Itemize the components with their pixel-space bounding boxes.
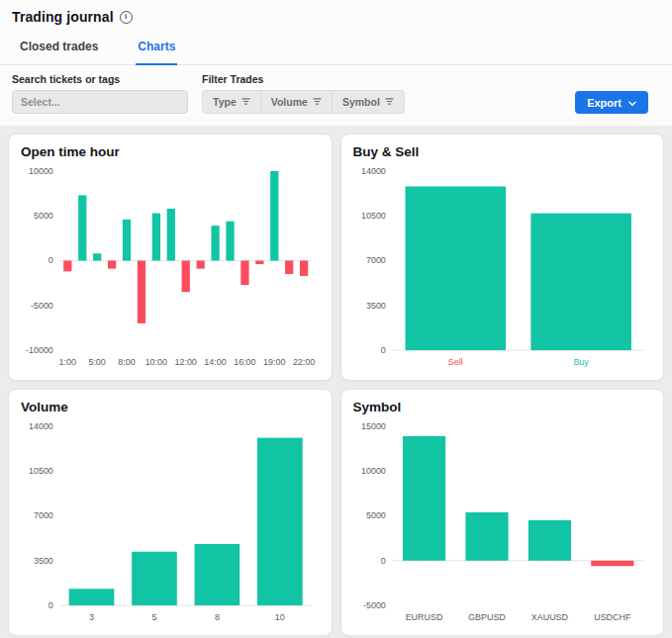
svg-text:10000: 10000 (29, 166, 53, 176)
filter-type-button[interactable]: Type (203, 91, 260, 113)
filter-icon (241, 96, 250, 108)
svg-text:3: 3 (89, 612, 94, 622)
tab-bar: Closed trades Charts (0, 31, 672, 65)
svg-text:8: 8 (215, 612, 220, 622)
card-volume: Volume 035007000105001400035810 (8, 389, 333, 636)
filter-symbol-label: Symbol (342, 96, 380, 108)
filter-bar: Search tickets or tags Filter Trades Typ… (0, 65, 672, 126)
svg-text:3500: 3500 (34, 556, 53, 566)
card-buy-sell: Buy & Sell 0350070001050014000SellBuy (340, 134, 665, 381)
chart-title: Symbol (353, 400, 652, 414)
top-section: Trading journal i Closed trades Charts S… (0, 0, 672, 126)
search-label: Search tickets or tags (12, 73, 188, 85)
svg-text:7000: 7000 (34, 510, 53, 520)
svg-text:3500: 3500 (365, 301, 385, 311)
svg-text:14000: 14000 (29, 421, 53, 431)
chart-title: Open time hour (21, 144, 320, 159)
tab-closed-trades[interactable]: Closed trades (18, 31, 100, 64)
svg-text:10000: 10000 (360, 466, 385, 476)
filter-volume-label: Volume (271, 96, 308, 108)
filter-trades-label: Filter Trades (202, 73, 405, 85)
svg-text:15000: 15000 (360, 421, 385, 431)
svg-text:10500: 10500 (360, 211, 385, 221)
svg-text:5000: 5000 (365, 510, 385, 520)
svg-text:19:00: 19:00 (263, 357, 285, 367)
svg-text:12:00: 12:00 (174, 357, 196, 367)
filter-trades-group: Filter Trades Type Volume Symbol (202, 73, 405, 114)
filter-symbol-button[interactable]: Symbol (332, 91, 404, 113)
tab-charts[interactable]: Charts (136, 31, 177, 65)
page-title: Trading journal (12, 9, 114, 25)
info-icon[interactable]: i (120, 11, 133, 24)
symbol-chart: -5000050001000015000EURUSDGBPUSDXAUUSDUS… (353, 418, 652, 625)
export-button[interactable]: Export (575, 91, 648, 114)
svg-text:0: 0 (48, 255, 53, 265)
card-open-time-hour: Open time hour 1000050000-5000-100001:00… (8, 134, 333, 381)
svg-text:0: 0 (380, 556, 385, 566)
svg-text:-5000: -5000 (362, 600, 385, 610)
svg-text:10500: 10500 (29, 466, 53, 476)
svg-text:Sell: Sell (447, 357, 462, 367)
filter-type-label: Type (213, 96, 237, 108)
svg-text:USDCHF: USDCHF (594, 612, 631, 622)
svg-text:10: 10 (275, 612, 285, 622)
svg-text:16:00: 16:00 (234, 357, 255, 367)
svg-text:Buy: Buy (573, 357, 589, 367)
svg-text:GBPUSD: GBPUSD (468, 612, 506, 622)
search-input[interactable] (12, 90, 188, 114)
buy-sell-chart: 0350070001050014000SellBuy (353, 163, 652, 370)
page-header: Trading journal i (0, 0, 672, 31)
svg-text:0: 0 (380, 345, 385, 355)
svg-text:1:00: 1:00 (59, 357, 76, 367)
svg-text:-10000: -10000 (26, 345, 53, 355)
svg-text:0: 0 (48, 600, 53, 610)
chart-title: Volume (21, 400, 320, 414)
card-symbol: Symbol -5000050001000015000EURUSDGBPUSDX… (340, 389, 665, 636)
svg-text:10:00: 10:00 (145, 357, 167, 367)
svg-text:14:00: 14:00 (204, 357, 226, 367)
filter-button-group: Type Volume Symbol (202, 90, 405, 114)
svg-text:22:00: 22:00 (293, 357, 315, 367)
chart-title: Buy & Sell (353, 144, 652, 159)
svg-text:7000: 7000 (365, 255, 385, 265)
svg-text:5000: 5000 (34, 211, 53, 221)
search-group: Search tickets or tags (12, 73, 188, 114)
volume-chart: 035007000105001400035810 (21, 418, 320, 625)
svg-text:5: 5 (151, 612, 156, 622)
chevron-down-icon (628, 97, 636, 109)
svg-text:XAUUSD: XAUUSD (530, 612, 568, 622)
svg-text:5:00: 5:00 (88, 357, 105, 367)
charts-grid: Open time hour 1000050000-5000-100001:00… (0, 126, 672, 638)
svg-text:14000: 14000 (360, 166, 385, 176)
filter-icon (313, 96, 322, 108)
svg-text:-5000: -5000 (31, 301, 53, 311)
filter-volume-button[interactable]: Volume (260, 91, 332, 113)
export-label: Export (587, 97, 622, 109)
svg-text:8:00: 8:00 (118, 357, 135, 367)
svg-text:EURUSD: EURUSD (405, 612, 442, 622)
filter-icon (385, 96, 394, 108)
open-time-hour-chart: 1000050000-5000-100001:005:008:0010:0012… (21, 163, 320, 370)
